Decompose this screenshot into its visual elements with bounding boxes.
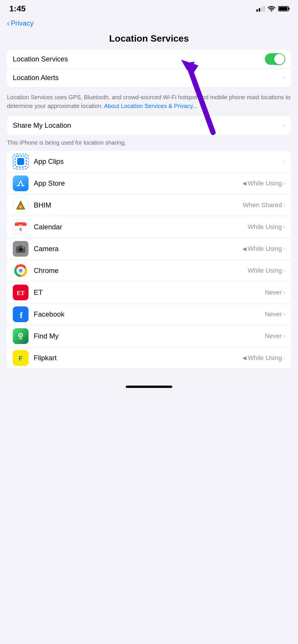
page-title-bar: Location Services	[0, 31, 298, 50]
app-list: App Clips › App Store ◀ While Using ›	[7, 151, 291, 369]
svg-text:B: B	[19, 205, 22, 209]
findmy-permission: Never ›	[265, 332, 285, 340]
bhim-permission-label: When Shared	[243, 201, 282, 209]
toggle-thumb	[274, 54, 285, 64]
location-alerts-label: Location Alerts	[13, 74, 283, 82]
findmy-icon	[13, 328, 29, 344]
share-location-desc: This iPhone is being used for location s…	[0, 137, 298, 151]
app-row-et[interactable]: ET ET Never ›	[7, 282, 291, 304]
flipkart-permission: ◀ While Using ›	[242, 354, 285, 362]
chevron-right-icon: ›	[283, 180, 285, 187]
location-alerts-row[interactable]: Location Alerts ›	[7, 68, 291, 87]
app-row-calendar[interactable]: JUL 6 Calendar While Using ›	[7, 216, 291, 238]
et-name: ET	[34, 288, 265, 297]
svg-point-13	[23, 221, 25, 223]
nav-bar: ‹ Privacy	[0, 15, 298, 31]
calendar-name: Calendar	[34, 223, 248, 231]
flipkart-name: Flipkart	[34, 354, 242, 362]
et-icon: ET	[13, 285, 29, 300]
bhim-icon: B	[13, 197, 29, 213]
back-chevron-icon: ‹	[7, 19, 10, 27]
svg-rect-21	[19, 245, 22, 247]
svg-text:f: f	[20, 310, 23, 320]
camera-icon	[13, 241, 29, 257]
share-location-row[interactable]: Share My Location ›	[7, 116, 291, 135]
svg-text:6: 6	[19, 227, 22, 232]
home-indicator	[126, 386, 172, 388]
location-arrow-icon: ◀	[242, 355, 246, 361]
et-permission-label: Never	[265, 289, 282, 296]
location-alerts-right: ›	[283, 74, 285, 81]
back-label: Privacy	[11, 19, 34, 27]
app-row-findmy[interactable]: Find My Never ›	[7, 325, 291, 347]
back-button[interactable]: ‹ Privacy	[7, 19, 33, 27]
location-arrow-icon: ◀	[242, 246, 246, 252]
chevron-right-icon: ›	[283, 332, 285, 340]
chevron-right-icon: ›	[283, 289, 285, 296]
location-arrow-icon: ◀	[242, 180, 246, 187]
app-clips-right: ›	[283, 158, 285, 165]
bhim-permission: When Shared ›	[243, 201, 285, 209]
app-store-icon	[13, 175, 29, 191]
calendar-permission-label: While Using	[248, 223, 282, 231]
location-services-label: Location Services	[13, 55, 265, 63]
chevron-right-icon: ›	[283, 122, 285, 129]
bhim-name: BHIM	[34, 201, 243, 209]
svg-text:JUL: JUL	[18, 224, 23, 227]
chrome-name: Chrome	[34, 267, 248, 275]
svg-point-20	[20, 249, 22, 251]
status-bar: 1:45	[0, 0, 298, 15]
location-services-row: Location Services	[7, 50, 291, 68]
camera-name: Camera	[34, 245, 242, 253]
svg-point-26	[19, 269, 22, 272]
chrome-icon	[13, 263, 29, 278]
svg-text:F: F	[19, 355, 22, 362]
page-title: Location Services	[109, 33, 189, 44]
svg-point-22	[23, 247, 24, 248]
app-store-permission: ◀ While Using ›	[242, 180, 285, 187]
calendar-icon: JUL 6	[13, 219, 29, 235]
facebook-icon: f	[13, 306, 29, 322]
app-row-app-store[interactable]: App Store ◀ While Using ›	[7, 173, 291, 194]
app-clips-icon	[13, 154, 29, 169]
flipkart-permission-label: While Using	[248, 354, 282, 362]
chevron-right-icon: ›	[283, 201, 285, 209]
home-indicator-area	[0, 371, 298, 397]
chevron-right-icon: ›	[283, 223, 285, 231]
chrome-permission: While Using ›	[248, 267, 285, 274]
app-row-app-clips[interactable]: App Clips ›	[7, 151, 291, 173]
chevron-right-icon: ›	[283, 158, 285, 165]
signal-icon	[256, 6, 265, 12]
calendar-permission: While Using ›	[248, 223, 285, 231]
location-services-description: Location Services uses GPS, Bluetooth, a…	[0, 89, 298, 116]
flipkart-icon: F	[13, 350, 29, 366]
app-row-facebook[interactable]: f Facebook Never ›	[7, 304, 291, 325]
location-services-toggle[interactable]	[265, 53, 285, 65]
share-location-right: ›	[283, 122, 285, 129]
wifi-icon	[268, 6, 275, 12]
et-permission: Never ›	[265, 289, 285, 296]
facebook-permission-label: Never	[265, 311, 282, 318]
svg-text:ET: ET	[17, 290, 25, 296]
app-store-permission-label: While Using	[248, 180, 282, 187]
app-row-bhim[interactable]: B BHIM When Shared ›	[7, 194, 291, 216]
chevron-right-icon: ›	[283, 267, 285, 274]
findmy-name: Find My	[34, 332, 265, 340]
battery-icon	[278, 6, 289, 11]
app-row-flipkart[interactable]: F Flipkart ◀ While Using ›	[7, 347, 291, 369]
desc-link[interactable]: About Location Services & Privacy...	[104, 103, 198, 109]
svg-point-12	[16, 221, 18, 223]
app-row-camera[interactable]: Camera ◀ While Using ›	[7, 238, 291, 260]
facebook-name: Facebook	[34, 310, 265, 318]
chevron-right-icon: ›	[283, 245, 285, 253]
status-time: 1:45	[9, 4, 26, 13]
svg-rect-2	[17, 158, 24, 165]
app-clips-name: App Clips	[34, 157, 283, 166]
findmy-permission-label: Never	[265, 332, 282, 340]
facebook-permission: Never ›	[265, 311, 285, 318]
share-location-card: Share My Location ›	[7, 116, 291, 135]
app-store-name: App Store	[34, 179, 242, 187]
svg-point-34	[20, 335, 21, 336]
app-row-chrome[interactable]: Chrome While Using ›	[7, 260, 291, 282]
status-icons	[256, 6, 289, 12]
